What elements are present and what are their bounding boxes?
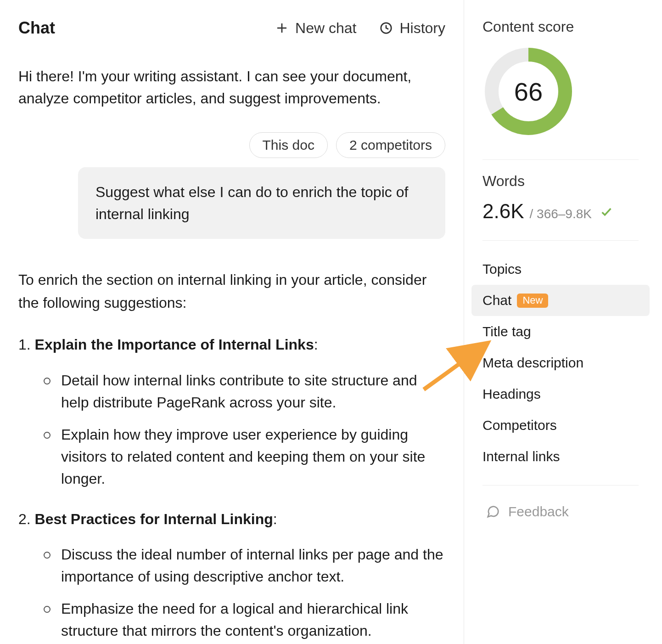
words-heading: Words: [482, 173, 639, 190]
user-message-bubble: Suggest what else I can do to enrich the…: [78, 167, 445, 239]
suggestion-point: Detail how internal links contribute to …: [44, 369, 445, 413]
assistant-greeting: Hi there! I'm your writing assistant. I …: [18, 65, 445, 109]
words-range: / 366–9.8K: [530, 207, 592, 221]
sidebar-divider: [482, 485, 639, 486]
chip-this-doc[interactable]: This doc: [249, 132, 328, 158]
context-chips: This doc 2 competitors: [18, 132, 445, 158]
sidebar-nav: Topics Chat New Title tag Meta descripti…: [471, 254, 650, 472]
plus-icon: [275, 21, 289, 35]
words-row: 2.6K / 366–9.8K: [482, 200, 639, 223]
check-icon: [600, 205, 613, 218]
feedback-label: Feedback: [508, 504, 569, 520]
suggestion-points: Discuss the ideal number of internal lin…: [44, 543, 445, 642]
suggestion-item: 1. Explain the Importance of Internal Li…: [18, 333, 445, 490]
chat-header-actions: New chat History: [275, 20, 445, 37]
new-badge: New: [517, 294, 548, 308]
sidebar-divider: [482, 159, 639, 160]
nav-headings[interactable]: Headings: [471, 378, 650, 410]
nav-label: Chat: [482, 293, 511, 308]
nav-label: Internal links: [482, 449, 560, 464]
suggestion-point: Emphasize the need for a logical and hie…: [44, 598, 445, 642]
suggestions-list: 1. Explain the Importance of Internal Li…: [18, 333, 445, 642]
assistant-response-intro: To enrich the section on internal linkin…: [18, 269, 445, 314]
suggestion-point: Explain how they improve user experience…: [44, 424, 445, 490]
nav-title-tag[interactable]: Title tag: [471, 316, 650, 347]
feedback-button[interactable]: Feedback: [482, 504, 639, 520]
chat-header: Chat New chat History: [18, 18, 445, 38]
suggestion-colon: :: [314, 336, 318, 353]
nav-competitors[interactable]: Competitors: [471, 410, 650, 441]
suggestion-number: 2.: [18, 511, 31, 527]
chat-panel: Chat New chat History Hi there! I'm your…: [0, 0, 464, 644]
nav-chat[interactable]: Chat New: [471, 285, 650, 316]
nav-label: Headings: [482, 386, 541, 402]
suggestion-title: Best Practices for Internal Linking: [35, 511, 273, 527]
nav-internal-links[interactable]: Internal links: [471, 441, 650, 472]
nav-meta-description[interactable]: Meta description: [471, 347, 650, 378]
new-chat-label: New chat: [295, 20, 356, 37]
nav-label: Competitors: [482, 418, 557, 433]
chat-title: Chat: [18, 18, 55, 38]
sidebar: Content score 66 Words 2.6K / 366–9.8K T…: [464, 0, 657, 644]
suggestion-number: 1.: [18, 336, 31, 353]
nav-topics[interactable]: Topics: [471, 254, 650, 285]
nav-label: Title tag: [482, 324, 531, 339]
suggestion-title: Explain the Importance of Internal Links: [35, 336, 314, 353]
suggestion-point: Discuss the ideal number of internal lin…: [44, 543, 445, 588]
new-chat-button[interactable]: New chat: [275, 20, 356, 37]
content-score-heading: Content score: [482, 18, 639, 35]
suggestion-points: Detail how internal links contribute to …: [44, 369, 445, 490]
content-score-gauge: 66: [482, 45, 574, 137]
content-score-value: 66: [482, 45, 574, 137]
suggestion-colon: :: [273, 511, 277, 527]
nav-label: Meta description: [482, 355, 583, 371]
chip-competitors[interactable]: 2 competitors: [336, 132, 445, 158]
history-icon: [379, 21, 393, 35]
sidebar-divider: [482, 240, 639, 241]
history-label: History: [399, 20, 445, 37]
suggestion-item: 2. Best Practices for Internal Linking: …: [18, 508, 445, 642]
nav-label: Topics: [482, 261, 522, 277]
history-button[interactable]: History: [379, 20, 445, 37]
words-value: 2.6K: [482, 200, 524, 223]
feedback-icon: [486, 505, 500, 519]
